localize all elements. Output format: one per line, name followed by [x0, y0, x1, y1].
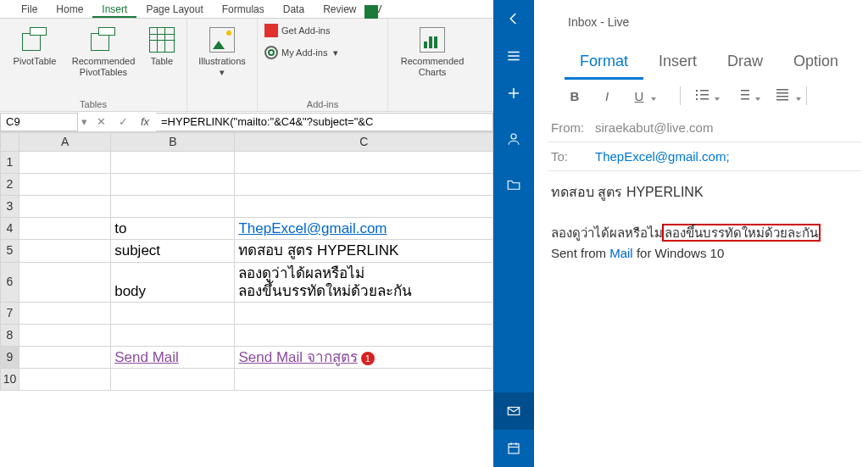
col-header-b[interactable]: B [111, 133, 235, 152]
align-button[interactable] [774, 89, 794, 103]
numbering-button[interactable] [733, 89, 754, 103]
bullets-button[interactable] [693, 89, 713, 103]
cell-b3[interactable] [111, 196, 235, 218]
cell-b5[interactable]: subject [111, 240, 235, 262]
formula-input[interactable]: =HYPERLINK("mailto:"&C4&"?subject="&C [156, 113, 493, 131]
cell-a5[interactable] [19, 240, 111, 262]
cell-c10[interactable] [235, 369, 493, 391]
recommended-charts-button[interactable]: RecommendedCharts [393, 22, 471, 95]
table-button[interactable]: Table [142, 22, 181, 95]
to-email-link[interactable]: ThepExcel@gmail.com [238, 220, 387, 236]
tab-page-layout[interactable]: Page Layout [136, 2, 212, 18]
compose-tab-insert[interactable]: Insert [643, 49, 712, 80]
new-mail-button[interactable] [493, 75, 534, 112]
accounts-button[interactable] [493, 120, 534, 158]
row-header-7[interactable]: 7 [1, 303, 19, 325]
row-header-9[interactable]: 9 [1, 347, 19, 369]
svg-rect-2 [509, 444, 519, 453]
recommended-pivot-button[interactable]: RecommendedPivotTables [64, 22, 142, 95]
row-header-6[interactable]: 6 [1, 262, 19, 303]
illustrations-group-label [192, 108, 252, 109]
cell-b7[interactable] [111, 303, 235, 325]
formula-bar: C9 ▾ ✕ ✓ fx =HYPERLINK("mailto:"&C4&"?su… [0, 112, 493, 132]
cell-a1[interactable] [19, 152, 111, 174]
my-addins-button[interactable]: My Add-ins ▾ [263, 44, 340, 61]
send-mail-formula-link[interactable]: Send Mail จากสูตร [238, 349, 357, 365]
mail-button[interactable] [493, 392, 534, 430]
to-field[interactable]: To: ThepExcel@gmail.com; [548, 142, 861, 171]
enter-formula-button[interactable]: ✓ [112, 115, 134, 128]
menu-button[interactable] [493, 37, 534, 75]
cell-c9[interactable]: Send Mail จากสูตร1 [235, 347, 493, 369]
cell-c2[interactable] [235, 174, 493, 196]
cell-a6[interactable] [19, 262, 111, 303]
cell-b4[interactable]: to [111, 218, 235, 240]
compose-tab-format[interactable]: Format [565, 49, 643, 80]
cell-c1[interactable] [235, 152, 493, 174]
cell-c4[interactable]: ThepExcel@gmail.com [235, 218, 493, 240]
svg-point-0 [511, 134, 516, 139]
cell-b10[interactable] [111, 369, 235, 391]
spreadsheet-grid[interactable]: A B C 1 2 3 4toThepExcel@gmail.com 5subj… [0, 132, 493, 391]
col-header-c[interactable]: C [235, 133, 493, 152]
underline-button[interactable]: U [629, 89, 649, 103]
mail-app-link[interactable]: Mail [609, 246, 633, 260]
cell-b1[interactable] [111, 152, 235, 174]
bold-button[interactable]: B [565, 89, 585, 103]
to-value[interactable]: ThepExcel@gmail.com; [595, 149, 730, 164]
cell-c3[interactable] [235, 196, 493, 218]
pivot-table-button[interactable]: PivotTable [5, 22, 64, 95]
cell-c8[interactable] [235, 325, 493, 347]
cell-a10[interactable] [19, 369, 111, 391]
name-box-dropdown[interactable]: ▾ [78, 115, 90, 128]
select-all-corner[interactable] [1, 133, 19, 152]
cell-a7[interactable] [19, 303, 111, 325]
cell-b8[interactable] [111, 325, 235, 347]
folder-icon [506, 177, 521, 192]
tab-home[interactable]: Home [47, 2, 92, 18]
cell-a4[interactable] [19, 218, 111, 240]
row-header-10[interactable]: 10 [1, 369, 19, 391]
ribbon-group-addins: Get Add-ins My Add-ins ▾ Add-ins [258, 19, 388, 111]
row-header-5[interactable]: 5 [1, 240, 19, 262]
row-header-3[interactable]: 3 [1, 196, 19, 218]
align-icon [776, 89, 792, 101]
compose-body[interactable]: ลองดูว่าได้ผลหรือไม่ลองขึ้นบรรทัดใหม่ด้ว… [548, 208, 861, 264]
italic-button[interactable]: I [597, 89, 617, 103]
tab-file[interactable]: File [12, 2, 47, 18]
back-button[interactable] [493, 0, 534, 37]
cell-a8[interactable] [19, 325, 111, 347]
tab-insert[interactable]: Insert [92, 2, 136, 18]
cell-c6[interactable]: ลองดูว่าได้ผลหรือไม่ลองขึ้นบรรทัดใหม่ด้ว… [235, 262, 493, 303]
subject-field[interactable]: ทดสอบ สูตร HYPERLINK [548, 171, 861, 208]
cancel-formula-button[interactable]: ✕ [90, 115, 112, 128]
send-mail-link[interactable]: Send Mail [114, 349, 179, 365]
cell-b6[interactable]: body [111, 262, 235, 303]
cell-a9[interactable] [19, 347, 111, 369]
illustrations-button[interactable]: Illustrations▾ [192, 22, 252, 95]
row-header-4[interactable]: 4 [1, 218, 19, 240]
folders-button[interactable] [493, 166, 534, 203]
cell-a3[interactable] [19, 196, 111, 218]
compose-tab-options[interactable]: Option [778, 49, 854, 80]
cell-b9[interactable]: Send Mail [111, 347, 235, 369]
cell-a2[interactable] [19, 174, 111, 196]
tab-data[interactable]: Data [274, 2, 314, 18]
tab-formulas[interactable]: Formulas [213, 2, 274, 18]
calendar-button[interactable] [493, 430, 534, 467]
cell-c7[interactable] [235, 303, 493, 325]
name-box[interactable]: C9 [0, 113, 78, 131]
fx-icon[interactable]: fx [134, 115, 156, 128]
row-header-8[interactable]: 8 [1, 325, 19, 347]
cell-b2[interactable] [111, 174, 235, 196]
row-header-2[interactable]: 2 [1, 174, 19, 196]
from-field[interactable]: From: siraekabut@live.com [548, 114, 861, 142]
row-header-1[interactable]: 1 [1, 152, 19, 174]
get-addins-button[interactable]: Get Add-ins [263, 22, 382, 39]
col-header-a[interactable]: A [19, 133, 111, 152]
arrow-left-icon [506, 11, 521, 26]
tab-review[interactable]: Review [314, 2, 365, 18]
people-button[interactable] [363, 3, 380, 20]
cell-c5[interactable]: ทดสอบ สูตร HYPERLINK [235, 240, 493, 262]
compose-tab-draw[interactable]: Draw [712, 49, 778, 80]
